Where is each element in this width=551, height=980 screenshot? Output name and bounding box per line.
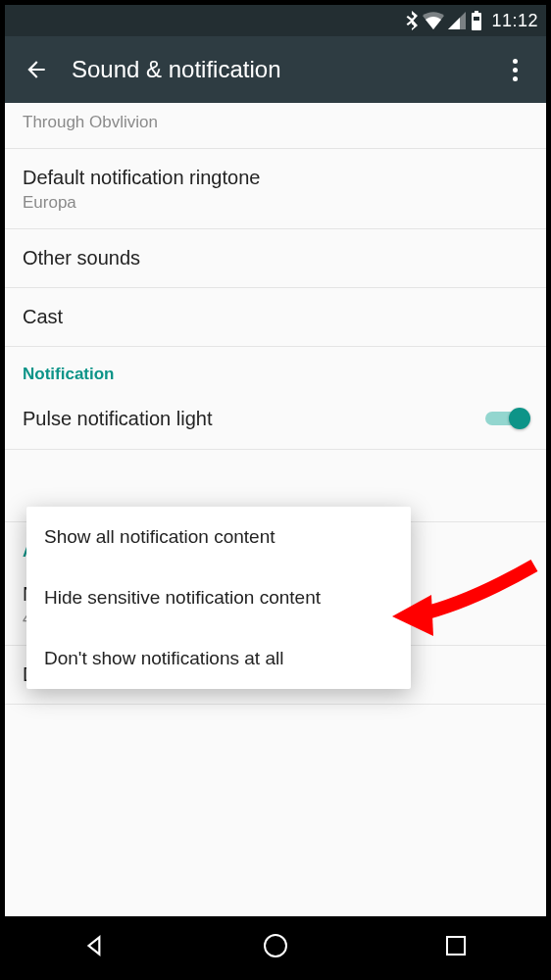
item-cast[interactable]: Cast <box>5 288 546 347</box>
svg-rect-0 <box>472 13 481 30</box>
pulse-light-toggle[interactable] <box>485 404 528 433</box>
item-through-oblivion[interactable]: Through Obvlivion <box>5 103 546 149</box>
nav-back-button[interactable] <box>66 916 125 975</box>
cell-signal-icon <box>448 12 466 29</box>
notification-visibility-popup: Show all notification content Hide sensi… <box>26 507 411 689</box>
item-pulse-light[interactable]: Pulse notification light <box>5 388 546 450</box>
item-title: Cast <box>23 304 528 330</box>
navigation-bar <box>5 916 546 975</box>
page-title: Sound & notification <box>72 56 495 83</box>
overflow-menu-button[interactable] <box>495 50 534 89</box>
popup-option-hide-sensitive[interactable]: Hide sensitive notification content <box>26 567 411 628</box>
popup-option-dont-show[interactable]: Don't show notifications at all <box>26 628 411 689</box>
back-button[interactable] <box>17 50 56 89</box>
status-bar: 11:12 <box>5 5 546 36</box>
app-bar: Sound & notification <box>5 36 546 103</box>
item-other-sounds[interactable]: Other sounds <box>5 229 546 288</box>
item-title: Pulse notification light <box>23 406 212 432</box>
status-time: 11:12 <box>491 11 538 31</box>
item-default-ringtone[interactable]: Default notification ringtone Europa <box>5 149 546 229</box>
nav-recents-button[interactable] <box>426 916 485 975</box>
wifi-icon <box>423 12 444 29</box>
svg-rect-2 <box>474 17 479 21</box>
item-subtext: Europa <box>23 193 528 213</box>
item-title: Other sounds <box>23 245 528 271</box>
svg-rect-5 <box>447 937 465 955</box>
popup-option-show-all[interactable]: Show all notification content <box>26 507 411 567</box>
battery-icon <box>470 11 483 30</box>
more-vert-icon <box>513 59 518 81</box>
nav-home-button[interactable] <box>246 916 305 975</box>
svg-point-4 <box>265 935 286 956</box>
svg-rect-1 <box>475 11 478 14</box>
item-title: Default notification ringtone <box>23 165 528 191</box>
section-header-notification: Notification <box>5 347 546 388</box>
switch-thumb <box>509 408 530 429</box>
item-subtext: Through Obvlivion <box>23 113 528 132</box>
bluetooth-icon <box>405 11 419 30</box>
